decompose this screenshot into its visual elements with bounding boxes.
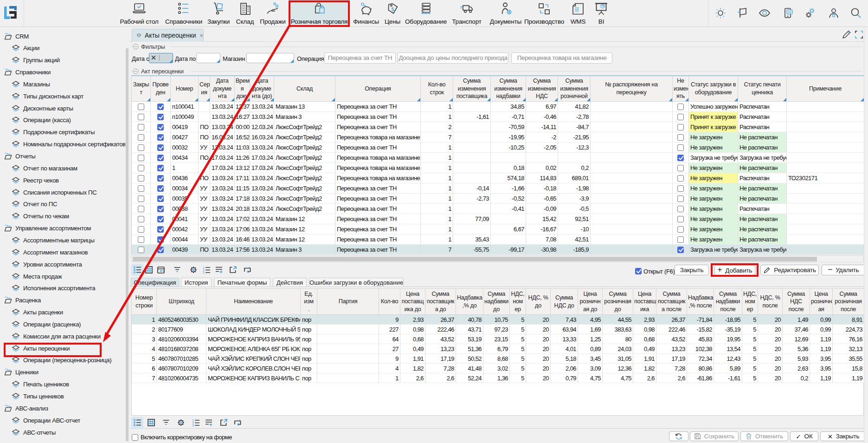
svg-text:3: 3 xyxy=(203,272,205,274)
svg-text:3: 3 xyxy=(192,424,194,427)
